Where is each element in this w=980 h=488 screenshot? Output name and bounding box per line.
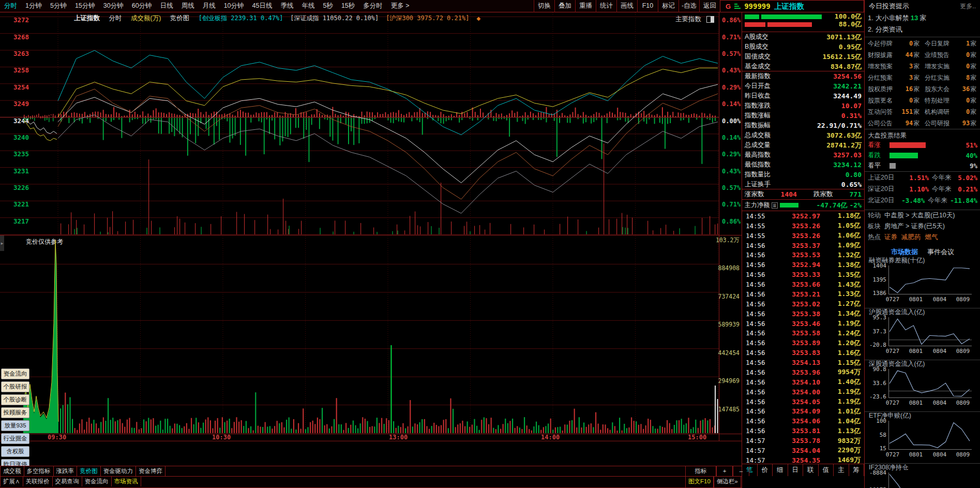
infobar-ticker-2[interactable]: [沪深300 3975.72 0.21%] — [386, 14, 469, 22]
tick-row[interactable]: 14:553253.261.05亿 — [742, 221, 864, 231]
list-icon[interactable]: ≣ — [772, 202, 778, 209]
tick-row[interactable]: 14:563254.061.04亿 — [742, 416, 864, 426]
tick-tab-价[interactable]: 价 — [758, 464, 773, 476]
menu-period-1分钟[interactable]: 1分钟 — [21, 0, 46, 12]
bottom-tab-交易查询[interactable]: 交易查询 — [53, 477, 82, 486]
bottom-tab-扩展∧[interactable]: 扩展∧ — [0, 477, 23, 486]
menu-period-10分钟[interactable]: 10分钟 — [220, 0, 248, 12]
event-row[interactable]: 今起停牌0家今日复牌1家 — [868, 38, 977, 49]
index-name[interactable]: 上证指数 — [774, 2, 804, 11]
tick-row[interactable]: 14:563252.941.38亿 — [742, 260, 864, 270]
stock-code[interactable]: 999999 — [744, 2, 771, 10]
tick-row[interactable]: 14:563253.021.27亿 — [742, 299, 864, 309]
bottom-tab-资金博弈[interactable]: 资金博弈 — [136, 466, 165, 476]
event-row[interactable]: 财报披露44家业绩预告0家 — [868, 49, 977, 61]
menu-tool-标记[interactable]: 标记 — [658, 0, 679, 12]
tip-row[interactable]: 2.分类资讯 — [868, 24, 977, 35]
tick-tab-筹[interactable]: 筹 — [849, 464, 865, 476]
intraday-chart[interactable]: 3277327232683263325832543249324432403235… — [0, 0, 742, 441]
tick-row[interactable]: 14:563254.091.01亿 — [742, 407, 864, 417]
tick-tab-联[interactable]: 联 — [803, 464, 819, 476]
bottom-control-+[interactable]: + — [716, 466, 733, 476]
tick-row[interactable]: 14:563253.581.24亿 — [742, 329, 864, 338]
event-row[interactable]: 增发预案3家增发实施0家 — [868, 61, 977, 72]
tick-row[interactable]: 14:573254.351469万 — [742, 455, 864, 464]
tab-market-data[interactable]: 市场数据 — [891, 247, 918, 257]
event-row[interactable]: 互动问答151家机构调研0家 — [868, 106, 977, 117]
menu-period-周线[interactable]: 周线 — [177, 0, 199, 12]
tick-row[interactable]: 14:563253.969954万 — [742, 367, 864, 377]
menu-period-更多 >[interactable]: 更多 > — [387, 0, 414, 12]
menu-period-月线[interactable]: 月线 — [199, 0, 220, 12]
menu-period-日线[interactable]: 日线 — [156, 0, 177, 12]
tick-row[interactable]: 14:563253.891.20亿 — [742, 338, 864, 348]
menu-period-15秒[interactable]: 15秒 — [337, 0, 359, 12]
tick-row[interactable]: 14:563253.811.13亿 — [742, 426, 864, 436]
bottom-control-–[interactable]: – — [733, 466, 749, 476]
bottom-control-侧边栏»[interactable]: 侧边栏» — [714, 477, 741, 487]
bottom-tab-竞价图[interactable]: 竞价图 — [77, 466, 101, 476]
menu-period-60分钟[interactable]: 60分钟 — [128, 0, 156, 12]
sidebar-button-资金流向[interactable]: 资金流向 — [1, 368, 29, 379]
tip-row[interactable]: 1.大小非解禁13家 — [868, 12, 977, 24]
sidebar-button-个股诊断[interactable]: 个股诊断 — [1, 394, 29, 405]
bottom-control-图文F10[interactable]: 图文F10 — [685, 477, 714, 487]
menu-tool-切换[interactable]: 切换 — [534, 0, 554, 12]
infobar-ticker-0[interactable]: [创业板指 2239.31 0.47%] — [199, 14, 283, 22]
menu-period-分时[interactable]: 分时 — [0, 0, 21, 12]
event-row[interactable]: 股权质押16家股东大会36家 — [868, 83, 977, 95]
more-link[interactable]: 更多.. — [960, 2, 976, 11]
event-row[interactable]: 股票更名0家特别处理0家 — [868, 95, 977, 106]
bottom-tab-资金驱动力[interactable]: 资金驱动力 — [101, 466, 137, 476]
tab-events[interactable]: 事件会议 — [927, 247, 954, 257]
hot-item[interactable]: 减肥药 — [901, 233, 921, 242]
menu-tool-画线[interactable]: 画线 — [616, 0, 637, 12]
sidebar-button-含权股[interactable]: 含权股 — [1, 446, 29, 457]
menu-tool-重播[interactable]: 重播 — [575, 0, 596, 12]
menu-period-多分时[interactable]: 多分时 — [359, 0, 387, 12]
bottom-tab-成交额[interactable]: 成交额 — [0, 466, 24, 476]
tick-row[interactable]: 14:563253.331.35亿 — [742, 270, 864, 279]
tick-tab-主[interactable]: 主 — [834, 464, 849, 476]
hot-item[interactable]: 燃气 — [925, 233, 938, 242]
tick-row[interactable]: 14:563253.661.43亿 — [742, 279, 864, 289]
tick-row[interactable]: 14:563254.131.15亿 — [742, 358, 864, 367]
menu-tool-统计[interactable]: 统计 — [596, 0, 616, 12]
tick-row[interactable]: 14:573253.789832万 — [742, 436, 864, 446]
bottom-tab-多空指标[interactable]: 多空指标 — [24, 466, 54, 476]
sidebar-button-个股研报[interactable]: 个股研报 — [1, 381, 29, 392]
bottom-tab-关联报价[interactable]: 关联报价 — [23, 477, 53, 486]
menu-period-季线[interactable]: 季线 — [276, 0, 297, 12]
tick-row[interactable]: 14:563253.211.33亿 — [742, 289, 864, 299]
tick-tab-日[interactable]: 日 — [788, 464, 804, 476]
menu-tool-叠加[interactable]: 叠加 — [554, 0, 575, 12]
menu-period-年线[interactable]: 年线 — [297, 0, 319, 12]
tick-row[interactable]: 14:563253.831.16亿 — [742, 348, 864, 358]
infobar-metric[interactable]: 成交额(万) — [131, 14, 161, 22]
tick-row[interactable]: 14:563253.531.32亿 — [742, 250, 864, 260]
tick-row[interactable]: 14:563253.381.34亿 — [742, 309, 864, 319]
menu-tool--自选[interactable]: -自选 — [679, 0, 699, 12]
menu-period-15分钟[interactable]: 15分钟 — [71, 0, 99, 12]
tick-row[interactable]: 14:563253.371.09亿 — [742, 241, 864, 250]
menu-tool-返回[interactable]: 返回 — [699, 0, 720, 12]
tick-row[interactable]: 14:573254.042290万 — [742, 446, 864, 455]
tick-tab-细[interactable]: 细 — [773, 464, 788, 476]
sidebar-button-放量935[interactable]: 放量935 — [1, 420, 29, 431]
bottom-tab-涨跌率[interactable]: 涨跌率 — [54, 466, 78, 476]
tick-row[interactable]: 14:563254.101.40亿 — [742, 377, 864, 387]
bottom-tab-资金流向[interactable]: 资金流向 — [82, 477, 112, 486]
menu-period-5分钟[interactable]: 5分钟 — [46, 0, 71, 12]
bottom-control-指标[interactable]: 指标 — [685, 466, 716, 476]
infobar-auction-link[interactable]: 竞价图 — [170, 14, 190, 22]
hot-item[interactable]: 证券 — [884, 233, 897, 242]
sidebar-button-行业掘金[interactable]: 行业掘金 — [1, 433, 29, 444]
tick-row[interactable]: 14:563253.461.19亿 — [742, 319, 864, 329]
infobar-mode[interactable]: 分时 — [109, 14, 122, 22]
event-row[interactable]: 分红预案3家分红实施8家 — [868, 72, 977, 83]
menu-period-30分钟[interactable]: 30分钟 — [99, 0, 128, 12]
menu-tool-F10[interactable]: F10 — [637, 0, 658, 12]
tick-row[interactable]: 14:553252.971.18亿 — [742, 211, 864, 221]
infobar-ticker-1[interactable]: [深证成指 11050.22 0.10%] — [290, 14, 379, 22]
tick-row[interactable]: 14:563254.001.19亿 — [742, 387, 864, 397]
